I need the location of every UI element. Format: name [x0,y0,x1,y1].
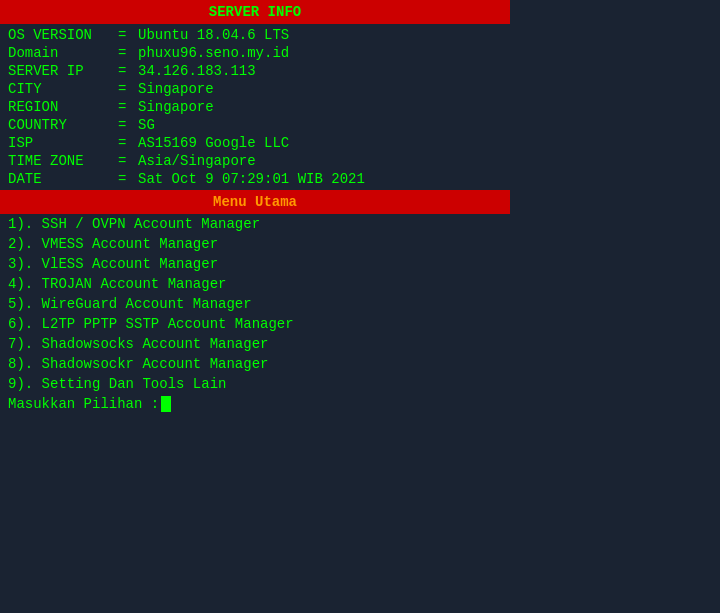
os-version-row: OS VERSION = Ubuntu 18.04.6 LTS [8,26,502,44]
menu-item-2[interactable]: 2). VMESS Account Manager [0,234,720,254]
server-info-table: OS VERSION = Ubuntu 18.04.6 LTS Domain =… [0,24,510,190]
menu-item-5[interactable]: 5). WireGuard Account Manager [0,294,720,314]
timezone-value: Asia/Singapore [138,153,256,169]
server-ip-label: SERVER IP [8,63,118,79]
menu-item-1[interactable]: 1). SSH / OVPN Account Manager [0,214,720,234]
menu-item-7[interactable]: 7). Shadowsocks Account Manager [0,334,720,354]
city-value: Singapore [138,81,214,97]
region-value: Singapore [138,99,214,115]
domain-row: Domain = phuxu96.seno.my.id [8,44,502,62]
server-ip-value: 34.126.183.113 [138,63,256,79]
isp-row: ISP = AS15169 Google LLC [8,134,502,152]
eq-city: = [118,81,138,97]
terminal: SERVER INFO OS VERSION = Ubuntu 18.04.6 … [0,0,720,613]
menu-item-3[interactable]: 3). VlESS Account Manager [0,254,720,274]
eq-region: = [118,99,138,115]
menu-items-list: 1). SSH / OVPN Account Manager 2). VMESS… [0,214,720,394]
os-version-value: Ubuntu 18.04.6 LTS [138,27,289,43]
eq-country: = [118,117,138,133]
prompt-text: Masukkan Pilihan : [8,396,159,412]
city-row: CITY = Singapore [8,80,502,98]
country-row: COUNTRY = SG [8,116,502,134]
eq-isp: = [118,135,138,151]
menu-utama-header: Menu Utama [0,190,510,214]
eq-domain: = [118,45,138,61]
region-label: REGION [8,99,118,115]
cursor-blink [161,396,171,412]
eq-timezone: = [118,153,138,169]
menu-item-6[interactable]: 6). L2TP PPTP SSTP Account Manager [0,314,720,334]
timezone-label: TIME ZONE [8,153,118,169]
date-label: DATE [8,171,118,187]
date-value: Sat Oct 9 07:29:01 WIB 2021 [138,171,365,187]
prompt-line[interactable]: Masukkan Pilihan : [0,394,720,414]
city-label: CITY [8,81,118,97]
isp-value: AS15169 Google LLC [138,135,289,151]
country-value: SG [138,117,155,133]
menu-item-8[interactable]: 8). Shadowsockr Account Manager [0,354,720,374]
eq-ip: = [118,63,138,79]
menu-item-4[interactable]: 4). TROJAN Account Manager [0,274,720,294]
server-info-header: SERVER INFO [0,0,510,24]
country-label: COUNTRY [8,117,118,133]
domain-label: Domain [8,45,118,61]
menu-item-9[interactable]: 9). Setting Dan Tools Lain [0,374,720,394]
os-version-label: OS VERSION [8,27,118,43]
isp-label: ISP [8,135,118,151]
domain-value: phuxu96.seno.my.id [138,45,289,61]
date-row: DATE = Sat Oct 9 07:29:01 WIB 2021 [8,170,502,188]
eq-date: = [118,171,138,187]
server-ip-row: SERVER IP = 34.126.183.113 [8,62,502,80]
timezone-row: TIME ZONE = Asia/Singapore [8,152,502,170]
region-row: REGION = Singapore [8,98,502,116]
eq-os: = [118,27,138,43]
